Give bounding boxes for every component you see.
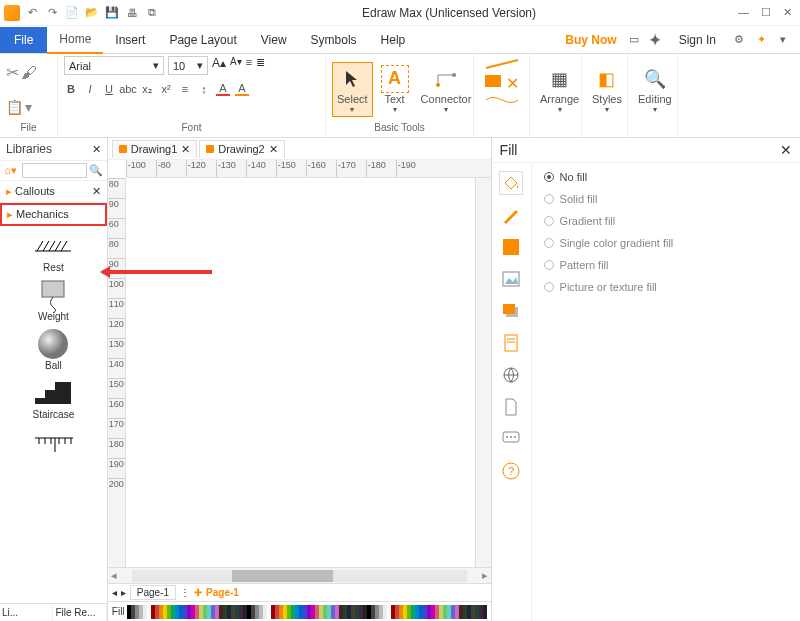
fill-option-single-color-gradient-fill[interactable]: Single color gradient fill: [544, 237, 788, 249]
gear-icon[interactable]: ⚙: [730, 31, 748, 49]
select-tool-button[interactable]: Select▾: [332, 62, 373, 117]
add-page-icon[interactable]: ✚: [194, 587, 202, 598]
font-color-icon[interactable]: A: [216, 82, 230, 96]
menu-insert[interactable]: Insert: [103, 27, 157, 53]
tab-close-icon[interactable]: ✕: [269, 143, 278, 156]
bottom-tab-file-recovery[interactable]: File Re...: [53, 604, 106, 621]
horizontal-ruler: -100-80-120-130-140-150-160-170-180-190: [126, 160, 491, 178]
arrange-button[interactable]: ▦Arrange▾: [536, 63, 583, 116]
preview-icon[interactable]: ⧉: [144, 5, 160, 21]
new-icon[interactable]: 📄: [64, 5, 80, 21]
page-nav-next-icon[interactable]: ▸: [121, 587, 126, 598]
strike-icon[interactable]: abc: [121, 82, 135, 96]
open-icon[interactable]: 📂: [84, 5, 100, 21]
bold-icon[interactable]: B: [64, 82, 78, 96]
shape-weight[interactable]: Weight: [33, 281, 73, 322]
category-close-icon[interactable]: ✕: [92, 185, 101, 198]
document-icon[interactable]: [499, 331, 523, 355]
shrink-font-icon[interactable]: A▾: [230, 56, 242, 75]
font-size-selector[interactable]: 10▾: [168, 56, 208, 75]
page-name-label: Page-1: [206, 587, 239, 598]
format-painter-icon[interactable]: 🖌: [21, 64, 37, 82]
subscript-icon[interactable]: x₂: [140, 82, 154, 96]
menu-home[interactable]: Home: [47, 26, 103, 54]
redo-icon[interactable]: ↷: [44, 5, 60, 21]
shape-ball[interactable]: Ball: [33, 330, 73, 371]
share-icon[interactable]: ⯌: [647, 31, 665, 49]
color-swatches[interactable]: [127, 605, 487, 619]
doc-tab-drawing2[interactable]: Drawing2✕: [199, 140, 284, 158]
maximize-icon[interactable]: ☐: [761, 6, 771, 19]
fill-option-no-fill[interactable]: No fill: [544, 171, 788, 183]
align-center-icon[interactable]: ≣: [256, 56, 265, 75]
styles-button[interactable]: ◧Styles▾: [588, 63, 626, 116]
buy-now-link[interactable]: Buy Now: [559, 29, 622, 51]
page-nav-prev-icon[interactable]: ◂: [112, 587, 117, 598]
close-icon[interactable]: ✕: [783, 6, 792, 19]
shape-antenna[interactable]: [33, 428, 73, 456]
library-category-mechanics[interactable]: ▸ Mechanics: [0, 203, 107, 226]
file-menu[interactable]: File: [0, 27, 47, 53]
fill-bucket-icon[interactable]: [499, 171, 523, 195]
fill-option-gradient-fill[interactable]: Gradient fill: [544, 215, 788, 227]
save-icon[interactable]: 💾: [104, 5, 120, 21]
highlight-icon[interactable]: A: [235, 82, 249, 96]
vertical-scrollbar[interactable]: [475, 178, 491, 567]
cut-icon[interactable]: ▾: [25, 99, 32, 115]
page-icon[interactable]: [499, 395, 523, 419]
font-selector[interactable]: Arial▾: [64, 56, 164, 75]
italic-icon[interactable]: I: [83, 82, 97, 96]
grow-font-icon[interactable]: A▴: [212, 56, 226, 75]
card-icon[interactable]: ▭: [625, 31, 643, 49]
print-icon[interactable]: 🖶: [124, 5, 140, 21]
copy-icon[interactable]: 📋: [6, 99, 23, 115]
align-left-icon[interactable]: ≡: [246, 56, 252, 75]
menu-page-layout[interactable]: Page Layout: [157, 27, 248, 53]
brace-shape-icon[interactable]: [482, 95, 522, 105]
page-tab[interactable]: Page-1: [130, 585, 176, 600]
fill-option-solid-fill[interactable]: Solid fill: [544, 193, 788, 205]
picture-icon[interactable]: [499, 267, 523, 291]
menu-help[interactable]: Help: [369, 27, 418, 53]
line-shape-icon[interactable]: [482, 56, 522, 72]
help-icon[interactable]: ?: [499, 459, 523, 483]
bottom-tab-libraries[interactable]: Li...: [0, 604, 53, 621]
shadow-icon[interactable]: [499, 299, 523, 323]
library-category-callouts[interactable]: ▸ Callouts ✕: [0, 181, 107, 203]
pen-icon[interactable]: [499, 203, 523, 227]
home-icon[interactable]: ⌂▾: [4, 164, 20, 178]
sign-in-link[interactable]: Sign In: [667, 27, 728, 53]
dropdown-icon[interactable]: ▾: [774, 31, 792, 49]
shape-rest[interactable]: Rest: [33, 232, 73, 273]
app-icon[interactable]: ✦: [752, 31, 770, 49]
solid-square-icon[interactable]: [499, 235, 523, 259]
fill-option-pattern-fill[interactable]: Pattern fill: [544, 259, 788, 271]
underline-icon[interactable]: U: [102, 82, 116, 96]
doc-tab-drawing1[interactable]: Drawing1✕: [112, 140, 197, 158]
shape-staircase[interactable]: Staircase: [33, 379, 75, 420]
tab-close-icon[interactable]: ✕: [181, 143, 190, 156]
libraries-close-icon[interactable]: ✕: [92, 143, 101, 156]
more-shapes-icon[interactable]: ✕: [506, 74, 519, 93]
menu-view[interactable]: View: [249, 27, 299, 53]
bullet-icon[interactable]: ≡: [178, 82, 192, 96]
horizontal-scrollbar[interactable]: ◂▸: [108, 567, 491, 583]
undo-icon[interactable]: ↶: [24, 5, 40, 21]
connector-tool-button[interactable]: Connector▾: [417, 63, 476, 116]
fill-panel-close-icon[interactable]: ✕: [780, 142, 792, 158]
minimize-icon[interactable]: —: [738, 6, 749, 19]
globe-icon[interactable]: [499, 363, 523, 387]
spacing-icon[interactable]: ↕: [197, 82, 211, 96]
drawing-canvas[interactable]: [126, 178, 475, 567]
paste-icon[interactable]: ✂: [6, 63, 19, 82]
comment-icon[interactable]: [499, 427, 523, 451]
fill-option-picture-or-texture-fill[interactable]: Picture or texture fill: [544, 281, 788, 293]
search-icon[interactable]: 🔍: [89, 164, 103, 177]
editing-button[interactable]: 🔍Editing▾: [634, 63, 676, 116]
text-tool-button[interactable]: A Text▾: [377, 63, 413, 116]
superscript-icon[interactable]: x²: [159, 82, 173, 96]
library-search-input[interactable]: [22, 163, 87, 178]
page-menu-icon[interactable]: ⋮: [180, 587, 190, 598]
menu-symbols[interactable]: Symbols: [299, 27, 369, 53]
rect-shape-icon[interactable]: [484, 74, 502, 88]
